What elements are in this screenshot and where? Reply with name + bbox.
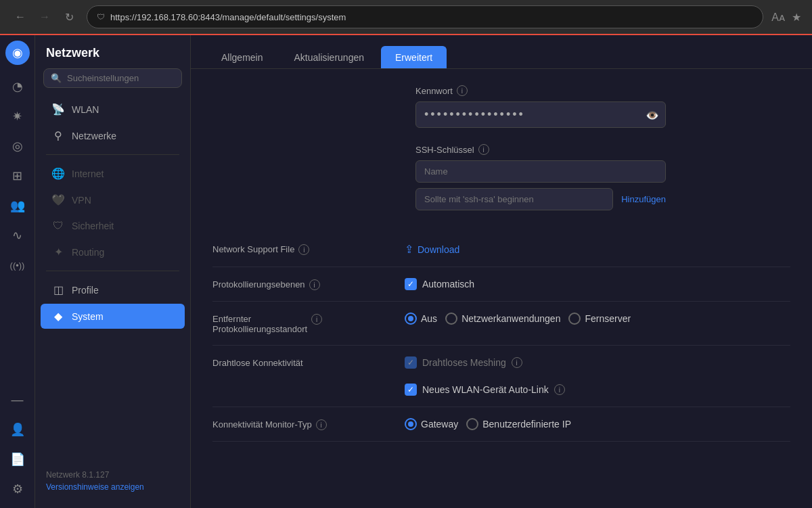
entfernter-value: Aus Netzwerkanwendungen Fernserver — [405, 313, 790, 325]
network-support-file-value: ⇪ Download — [405, 243, 790, 256]
radio-benutzerdefinierte-ip[interactable] — [466, 418, 478, 430]
meshing-info-icon[interactable]: i — [512, 357, 522, 368]
automatisch-checkbox[interactable]: ✓ — [405, 278, 417, 290]
sidebar: Netzwerk 🔍 Sucheinstellungen 📡 WLAN ⚲ Ne… — [35, 35, 191, 508]
network-support-file-info-icon[interactable]: i — [298, 244, 309, 255]
auto-link-checkbox[interactable]: ✓ — [405, 384, 417, 396]
entfernter-row: Entfernter Protokollierungsstandort i Au… — [212, 302, 790, 346]
icon-rail: ◉ ◔ ✷ ◎ ⊞ 👥 ∿ ((•)) — 👤 📄 ⚙ — [0, 35, 35, 508]
sidebar-item-wlan[interactable]: 📡 WLAN — [41, 97, 185, 122]
rail-target-icon[interactable]: ◎ — [4, 133, 31, 160]
radio-netzwerkanwendungen[interactable] — [445, 313, 457, 325]
download-link[interactable]: ⇪ Download — [405, 243, 459, 256]
ssh-label: SSH-Schlüssel i — [415, 144, 790, 155]
search-placeholder: Sucheinstellungen — [67, 73, 139, 83]
kennwort-info-icon[interactable]: i — [457, 85, 468, 96]
download-icon: ⇪ — [405, 243, 413, 256]
monitor-typ-label: Konnektivität Monitor-Typ i — [212, 418, 388, 430]
tab-erweitert[interactable]: Erweitert — [381, 46, 447, 68]
rail-settings-icon[interactable]: ⚙ — [4, 476, 31, 503]
protokollierungsebenen-label: Protokollierungsebenen i — [212, 278, 388, 290]
sidebar-footer: Netzwerk 8.1.127 Versionshinweise anzeig… — [35, 462, 190, 500]
automatisch-checkbox-label[interactable]: ✓ Automatisch — [405, 278, 474, 290]
auto-link-label: Neues WLAN-Gerät Auto-Link — [422, 384, 549, 395]
sidebar-divider-2 — [46, 271, 179, 271]
protokollierungsebenen-row: Protokollierungsebenen i ✓ Automatisch — [212, 267, 790, 302]
browser-actions: Aᴀ ★ — [771, 11, 801, 24]
sidebar-item-profile[interactable]: ◫ Profile — [41, 277, 185, 302]
wifi-icon: 📡 — [51, 103, 65, 116]
meshing-label: Drahtloses Meshing — [422, 357, 506, 368]
radio-benutzerdefinierte-ip-text: Benutzerdefinierte IP — [482, 419, 571, 430]
browser-chrome: ← → ↻ 🛡 https://192.168.178.60:8443/mana… — [0, 0, 812, 35]
sidebar-item-sicherheit-label: Sicherheit — [72, 221, 114, 231]
network-support-file-row: Network Support File i ⇪ Download — [212, 232, 790, 267]
drahtlose-value: ✓ Drahtloses Meshing i ✓ Neues WLAN-Gerä… — [405, 356, 790, 396]
address-bar[interactable]: 🛡 https://192.168.178.60:8443/manage/def… — [87, 5, 763, 28]
rail-grid-icon[interactable]: ⊞ — [4, 162, 31, 189]
radio-aus[interactable] — [405, 313, 417, 325]
network-support-file-label: Network Support File i — [212, 243, 388, 255]
rail-document-icon[interactable]: 📄 — [4, 446, 31, 473]
radio-benutzerdefinierte-ip-label[interactable]: Benutzerdefinierte IP — [466, 418, 571, 430]
rail-users-icon[interactable]: 👥 — [4, 192, 31, 219]
radio-gateway-label[interactable]: Gateway — [405, 418, 458, 430]
rail-radio-icon[interactable]: ((•)) — [4, 252, 31, 279]
translate-icon[interactable]: Aᴀ — [771, 11, 785, 24]
sidebar-item-internet[interactable]: 🌐 Internet — [41, 161, 185, 186]
kennwort-label: Kennwort i — [415, 85, 790, 96]
entfernter-info-icon[interactable]: i — [311, 314, 322, 325]
tabs-bar: Allgemein Aktualisierungen Erweitert — [191, 35, 812, 69]
sidebar-divider-1 — [46, 154, 179, 155]
rail-hub-icon[interactable]: ✷ — [4, 103, 31, 130]
radio-aus-label[interactable]: Aus — [405, 313, 437, 325]
ssh-name-input[interactable] — [415, 160, 666, 183]
rail-home-icon[interactable]: ◉ — [5, 41, 30, 65]
automatisch-label: Automatisch — [422, 279, 474, 290]
tab-aktualisierungen[interactable]: Aktualisierungen — [279, 46, 378, 68]
sidebar-item-internet-label: Internet — [72, 168, 104, 179]
ssh-key-input[interactable] — [415, 188, 613, 210]
bookmark-icon[interactable]: ★ — [792, 11, 801, 24]
version-link[interactable]: Versionshinweise anzeigen — [46, 482, 179, 492]
radio-fernserver-label[interactable]: Fernserver — [568, 313, 631, 325]
ssh-info-icon[interactable]: i — [478, 144, 489, 155]
radio-netzwerkanwendungen-text: Netzwerkanwendungen — [461, 313, 560, 324]
forward-button[interactable]: → — [35, 7, 54, 26]
protokollierungsebenen-info-icon[interactable]: i — [309, 279, 320, 290]
ssh-section: SSH-Schlüssel i Hinzufügen — [415, 144, 790, 210]
reload-button[interactable]: ↻ — [60, 7, 78, 26]
meshing-checkbox-label[interactable]: ✓ Drahtloses Meshing i — [405, 356, 522, 369]
auto-link-checkbox-label[interactable]: ✓ Neues WLAN-Gerät Auto-Link i — [405, 384, 565, 396]
sidebar-item-system-label: System — [72, 311, 104, 322]
sidebar-search[interactable]: 🔍 Sucheinstellungen — [43, 68, 182, 88]
back-button[interactable]: ← — [11, 7, 30, 26]
main-content: Allgemein Aktualisierungen Erweitert Ken… — [191, 35, 812, 508]
search-icon: 🔍 — [51, 73, 62, 83]
sidebar-item-routing[interactable]: ✦ Routing — [41, 239, 185, 264]
radio-fernserver-text: Fernserver — [585, 313, 631, 324]
ssh-add-button[interactable]: Hinzufügen — [621, 194, 666, 204]
password-input[interactable] — [415, 101, 666, 128]
kennwort-section: Kennwort i 👁️ — [415, 85, 790, 128]
sidebar-item-vpn[interactable]: 🖤 VPN — [41, 187, 185, 212]
drahtlose-label: Drahtlose Konnektivität — [212, 356, 388, 368]
toggle-password-button[interactable]: 👁️ — [646, 108, 659, 121]
nav-buttons: ← → ↻ — [11, 7, 78, 26]
profile-icon: ◫ — [51, 283, 65, 296]
sidebar-item-netzwerke[interactable]: ⚲ Netzwerke — [41, 123, 185, 148]
meshing-checkbox[interactable]: ✓ — [405, 356, 417, 369]
rail-person-icon[interactable]: 👤 — [4, 416, 31, 443]
tab-allgemein[interactable]: Allgemein — [207, 46, 277, 68]
rail-analytics-icon[interactable]: ∿ — [4, 222, 31, 249]
sidebar-item-sicherheit[interactable]: 🛡 Sicherheit — [41, 214, 185, 238]
auto-link-info-icon[interactable]: i — [554, 384, 565, 395]
monitor-typ-info-icon[interactable]: i — [316, 419, 327, 430]
sidebar-item-wlan-label: WLAN — [72, 104, 99, 115]
sidebar-item-system[interactable]: ◆ System — [41, 304, 185, 329]
radio-gateway[interactable] — [405, 418, 417, 430]
sidebar-item-netzwerke-label: Netzwerke — [72, 131, 116, 141]
radio-fernserver[interactable] — [568, 313, 581, 325]
rail-topology-icon[interactable]: ◔ — [4, 73, 31, 100]
radio-netzwerkanwendungen-label[interactable]: Netzwerkanwendungen — [445, 313, 560, 325]
